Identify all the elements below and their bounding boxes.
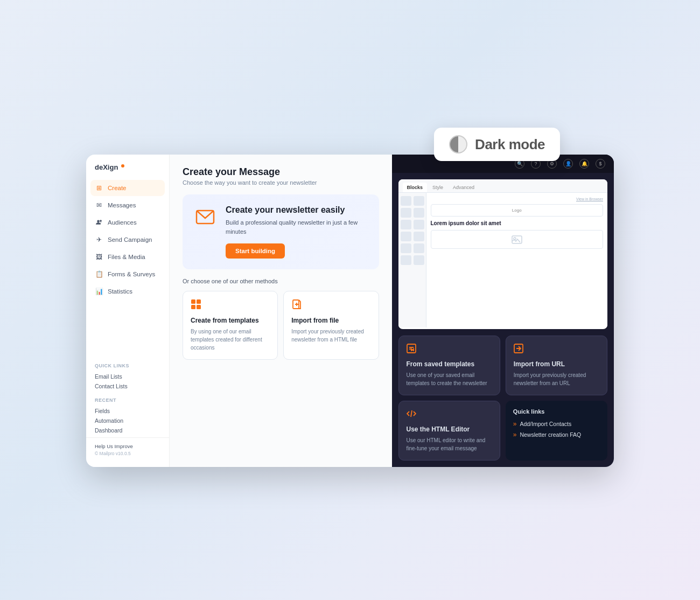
method-card-html-editor[interactable]: Use the HTML Editor Use our HTML editor …: [398, 401, 500, 461]
bell-icon[interactable]: 🔔: [579, 159, 589, 169]
dark-mode-label: Dark mode: [475, 136, 545, 153]
sidebar-item-send-campaign[interactable]: ✈ Send Campaign: [90, 232, 165, 248]
send-campaign-icon: ✈: [95, 235, 103, 244]
user-icon[interactable]: 👤: [563, 159, 573, 169]
sidebar-item-messages[interactable]: ✉ Messages: [90, 197, 165, 213]
recent-section: Recent Fields Automation Dashboard: [86, 393, 169, 437]
sidebar-item-label: Messages: [108, 202, 136, 208]
canvas-lorem-text: Lorem ipsum dolor sit amet: [431, 220, 604, 227]
quick-links-dark-title: Quick links: [513, 408, 600, 415]
svg-rect-3: [191, 299, 195, 304]
editor-tab-blocks[interactable]: Blocks: [403, 183, 428, 192]
main-content: Create your Message Choose the way you w…: [170, 155, 614, 467]
method-card-templates[interactable]: Create from templates By using one of ou…: [183, 291, 278, 360]
html-editor-title: Use the HTML Editor: [407, 425, 492, 433]
quick-link-newsletter-faq[interactable]: » Newsletter creation FAQ: [513, 431, 600, 438]
newsletter-icon: [193, 205, 217, 229]
block-icon-8[interactable]: [414, 232, 424, 241]
view-in-browser-link[interactable]: View in Browser: [431, 197, 604, 201]
canvas-logo-placeholder: Logo: [431, 204, 604, 217]
quick-links-dark-card: Quick links » Add/Import Contacts » News…: [506, 401, 607, 461]
quick-link-label-add-contacts: Add/Import Contacts: [520, 421, 571, 427]
method-card-import-file[interactable]: Import from file Import your previously …: [283, 291, 379, 360]
sidebar-item-statistics[interactable]: 📊 Statistics: [90, 283, 165, 299]
other-methods-label: Or choose one of our other methods: [183, 278, 379, 284]
block-icon-3[interactable]: [401, 208, 411, 218]
sidebar-item-label: Forms & Surveys: [108, 271, 155, 277]
block-icon-4[interactable]: [414, 208, 424, 218]
hero-title: Create your newsletter easily: [226, 205, 368, 215]
sidebar: deXign ⊞ Create ✉ Messages Audiences: [86, 155, 170, 467]
sidebar-item-label: Statistics: [108, 288, 132, 295]
svg-point-0: [97, 220, 100, 223]
import-file-icon: [291, 299, 370, 312]
messages-icon: ✉: [95, 201, 103, 210]
block-icon-11[interactable]: [401, 255, 411, 265]
svg-rect-5: [191, 305, 195, 309]
editor-tab-style[interactable]: Style: [428, 183, 447, 192]
sidebar-nav: ⊞ Create ✉ Messages Audiences ✈ Send Cam…: [86, 180, 169, 359]
templates-icon: [191, 299, 270, 312]
recent-heading: Recent: [95, 397, 160, 403]
page-title: Create your Message: [183, 166, 379, 178]
hero-text: Create your newsletter easily Build a pr…: [226, 205, 368, 259]
block-icon-5[interactable]: [401, 220, 411, 229]
import-url-icon: [514, 344, 599, 356]
quick-links-section: Quick links Email Lists Contact Lists: [86, 359, 169, 393]
dark-mode-icon: [449, 135, 467, 154]
sidebar-item-files-media[interactable]: 🖼 Files & Media: [90, 249, 165, 265]
recent-item-dashboard[interactable]: Dashboard: [95, 425, 160, 435]
editor-preview: Blocks Style Advanced: [392, 173, 614, 336]
method-card-import-url[interactable]: Import from URL Import your previously c…: [506, 336, 607, 395]
content-light: Create your Message Choose the way you w…: [170, 155, 392, 467]
dark-mode-tooltip[interactable]: Dark mode: [434, 128, 560, 161]
sidebar-item-audiences[interactable]: Audiences: [90, 214, 165, 231]
sidebar-item-create[interactable]: ⊞ Create: [90, 180, 165, 196]
sidebar-item-label: Files & Media: [108, 254, 145, 260]
canvas-image-placeholder: [431, 230, 604, 249]
methods-grid-dark: From saved templates Use one of your sav…: [392, 336, 614, 467]
saved-templates-desc: Use one of your saved email templates to…: [407, 371, 492, 387]
quick-link-email-lists[interactable]: Email Lists: [95, 372, 160, 381]
editor-tabs: Blocks Style Advanced: [398, 179, 608, 193]
editor-body: View in Browser Logo Lorem ipsum dolor s…: [398, 193, 608, 327]
hero-card: Create your newsletter easily Build a pr…: [183, 194, 379, 269]
sidebar-item-forms-surveys[interactable]: 📋 Forms & Surveys: [90, 266, 165, 282]
sidebar-item-label: Send Campaign: [108, 236, 152, 243]
account-icon[interactable]: $: [596, 159, 605, 169]
quick-links-heading: Quick links: [95, 363, 160, 368]
quick-link-label-newsletter-faq: Newsletter creation FAQ: [520, 431, 581, 438]
import-file-desc: Import your previously created newslette…: [291, 327, 370, 344]
block-icon-9[interactable]: [401, 243, 411, 253]
method-card-saved-templates[interactable]: From saved templates Use one of your sav…: [398, 336, 500, 395]
recent-item-fields[interactable]: Fields: [95, 406, 160, 416]
svg-rect-6: [197, 305, 201, 309]
editor-canvas: View in Browser Logo Lorem ipsum dolor s…: [426, 193, 608, 327]
templates-title: Create from templates: [191, 317, 270, 324]
arrow-icon-1: »: [513, 420, 517, 428]
block-icon-7[interactable]: [401, 232, 411, 241]
saved-templates-icon: [407, 344, 492, 356]
editor-window: Blocks Style Advanced: [398, 179, 608, 329]
start-building-button[interactable]: Start building: [226, 243, 285, 259]
block-icon-12[interactable]: [414, 255, 424, 265]
block-icon-2[interactable]: [414, 196, 424, 206]
help-improve-link[interactable]: Help Us Improve: [95, 443, 160, 449]
quick-link-contact-lists[interactable]: Contact Lists: [95, 381, 160, 391]
methods-grid-light: Create from templates By using one of ou…: [183, 291, 379, 360]
block-icon-1[interactable]: [401, 196, 411, 206]
version-label: © Mailpro v10.0.5: [95, 451, 160, 456]
sidebar-item-label: Create: [108, 185, 127, 191]
block-icon-6[interactable]: [414, 220, 424, 229]
audiences-icon: [95, 218, 103, 227]
editor-block-icons: [398, 193, 426, 327]
recent-item-automation[interactable]: Automation: [95, 416, 160, 425]
app-window: deXign ⊞ Create ✉ Messages Audiences: [86, 155, 614, 467]
create-icon: ⊞: [95, 184, 103, 192]
editor-tab-advanced[interactable]: Advanced: [449, 183, 479, 192]
block-icon-10[interactable]: [414, 243, 424, 253]
arrow-icon-2: »: [513, 431, 517, 438]
quick-link-add-contacts[interactable]: » Add/Import Contacts: [513, 420, 600, 428]
svg-point-1: [100, 220, 102, 222]
saved-templates-title: From saved templates: [407, 360, 492, 368]
